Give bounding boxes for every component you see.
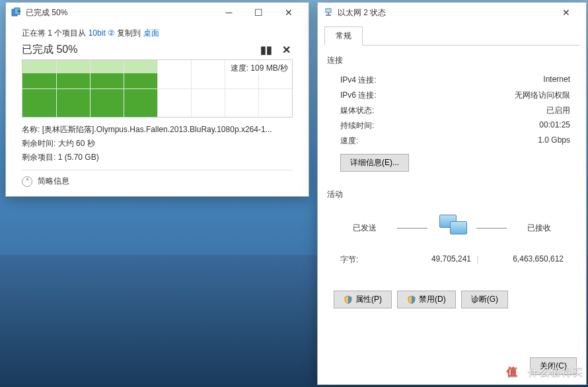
svg-rect-2	[326, 9, 331, 13]
tab-row: 常规	[324, 26, 579, 46]
activity-line	[397, 228, 427, 229]
speed-value: 1.0 Gbps	[538, 135, 570, 147]
disable-button[interactable]: 禁用(D)	[397, 291, 456, 308]
cancel-button[interactable]: ✕	[279, 44, 293, 57]
collapse-toggle[interactable]: ˄ 简略信息	[22, 176, 293, 187]
eth-close-button[interactable]: ✕	[551, 3, 581, 22]
progress-text: 已完成 50%	[22, 43, 77, 57]
watermark-icon: 值	[501, 361, 524, 383]
bytes-label: 字节:	[340, 254, 392, 265]
dest-link[interactable]: 桌面	[143, 28, 159, 38]
chevron-up-icon: ˄	[22, 176, 32, 187]
maximize-button[interactable]: ☐	[244, 3, 274, 22]
pause-button[interactable]: ▮▮	[260, 44, 273, 57]
svg-rect-4	[326, 15, 331, 16]
speed-label: 速度: 109 MB/秒	[229, 63, 289, 74]
activity-visualization: 已发送 已接收	[327, 207, 577, 249]
bytes-recv-value: 6,463,650,612	[484, 254, 564, 265]
details-button[interactable]: 详细信息(E)...	[340, 154, 409, 172]
svg-rect-3	[328, 13, 329, 15]
ipv4-value: Internet	[543, 75, 570, 86]
activity-group-title: 活动	[327, 189, 577, 200]
copy-window-icon	[11, 7, 22, 18]
ipv6-label: IPv6 连接:	[340, 90, 515, 101]
activity-line	[476, 228, 507, 229]
source-link[interactable]: 10bit ②	[89, 28, 115, 38]
eth-titlebar[interactable]: 以太网 2 状态 ✕	[318, 3, 586, 22]
ipv4-label: IPv4 连接:	[340, 75, 543, 86]
recv-label: 已接收	[515, 223, 564, 234]
minimize-button[interactable]: ─	[214, 3, 244, 22]
network-icon	[323, 7, 334, 18]
ipv6-value: 无网络访问权限	[515, 90, 570, 101]
bytes-sent-value: 49,705,241	[392, 254, 471, 265]
network-computers-icon	[435, 215, 468, 241]
eth-window-title: 以太网 2 状态	[338, 7, 551, 18]
watermark-text: 什么值得买	[528, 366, 584, 378]
transfer-graph: 速度: 109 MB/秒	[22, 59, 293, 118]
tab-general[interactable]: 常规	[324, 26, 363, 46]
sent-label: 已发送	[340, 223, 389, 234]
media-value: 已启用	[546, 105, 570, 116]
file-name-line: 名称: [奥林匹斯陷落].Olympus.Has.Fallen.2013.Blu…	[22, 124, 293, 135]
remaining-time-line: 剩余时间: 大约 60 秒	[22, 138, 293, 149]
duration-label: 持续时间:	[340, 120, 539, 131]
speed-label: 速度:	[340, 135, 538, 147]
collapse-label: 简略信息	[38, 176, 69, 187]
copy-progress-window: 已完成 50% ─ ☐ ✕ 正在将 1 个项目从 10bit ② 复制到 桌面 …	[5, 2, 309, 197]
remaining-items-line: 剩余项目: 1 (5.70 GB)	[22, 152, 293, 163]
divider	[22, 170, 293, 170]
duration-value: 00:01:25	[539, 120, 570, 131]
ethernet-status-window: 以太网 2 状态 ✕ 常规 连接 IPv4 连接:Internet IPv6 连…	[317, 2, 587, 385]
close-button[interactable]: ✕	[274, 3, 303, 22]
properties-button[interactable]: 属性(P)	[334, 291, 392, 308]
shield-icon	[344, 295, 353, 304]
copy-description: 正在将 1 个项目从 10bit ② 复制到 桌面	[22, 28, 293, 39]
diagnose-button[interactable]: 诊断(G)	[461, 291, 508, 308]
copy-window-title: 已完成 50%	[26, 7, 214, 18]
connection-group-title: 连接	[327, 55, 577, 66]
watermark: 值 什么值得买	[501, 361, 584, 383]
copy-titlebar[interactable]: 已完成 50% ─ ☐ ✕	[6, 3, 309, 22]
shield-icon	[407, 295, 416, 304]
media-label: 媒体状态:	[340, 105, 546, 116]
